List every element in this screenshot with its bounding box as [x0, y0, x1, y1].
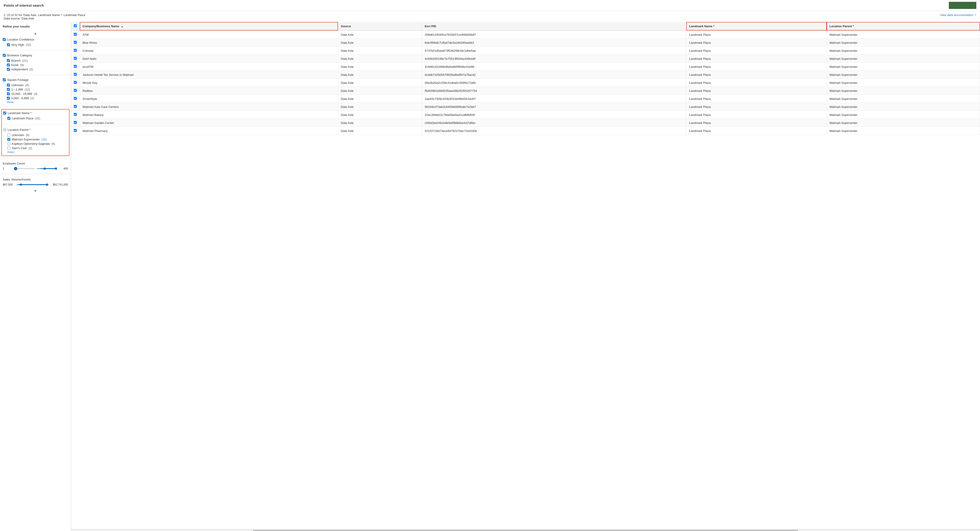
- row-checkbox[interactable]: [74, 57, 77, 60]
- walmart-supercenter-checkbox-label[interactable]: Walmart Supercenter (15): [7, 138, 47, 141]
- unknown-sqft-checkbox-label[interactable]: Unknown (9): [7, 83, 29, 87]
- row-checkbox[interactable]: [74, 89, 77, 92]
- row-company: Blue Rhino: [80, 39, 338, 47]
- sams-club-checkbox[interactable]: [7, 147, 10, 150]
- row-location-parent: Walmart Supercenter: [827, 79, 980, 87]
- row-checkbox-cell[interactable]: [71, 103, 80, 111]
- row-checkbox[interactable]: [74, 97, 77, 100]
- row-checkbox[interactable]: [74, 65, 77, 68]
- table-body: ATM Data Axle 268d81330491e7632b57ce3f48…: [71, 30, 980, 135]
- branch-checkbox-label[interactable]: Branch (21): [7, 59, 28, 62]
- row-location-parent: Walmart Supercenter: [827, 87, 980, 95]
- sams-club-checkbox-label[interactable]: Sam's Club (2): [7, 146, 32, 150]
- sqft-1-1499-checkbox[interactable]: [7, 88, 10, 91]
- col-header-company[interactable]: Company/Business Name ▲: [80, 22, 338, 30]
- kapteyn-checkbox[interactable]: [7, 142, 10, 145]
- bottom-scrollbar[interactable]: [71, 529, 980, 531]
- external-link-icon: ↗: [974, 14, 976, 16]
- business-category-checkbox[interactable]: [3, 54, 6, 57]
- kiosk-checkbox[interactable]: [7, 63, 10, 67]
- row-location-parent: Walmart Supercenter: [827, 71, 980, 79]
- row-checkbox-cell[interactable]: [71, 79, 80, 87]
- row-checkbox[interactable]: [74, 129, 77, 132]
- row-checkbox-cell[interactable]: [71, 71, 80, 79]
- row-landmark-name: Landmark Plaza: [686, 30, 827, 39]
- unknown-location-checkbox-label[interactable]: Unknown (8): [7, 133, 29, 137]
- unknown-sqft-checkbox[interactable]: [7, 84, 10, 87]
- row-checkbox-cell[interactable]: [71, 55, 80, 63]
- location-parent-more-link[interactable]: more: [3, 150, 14, 154]
- results-table: Company/Business Name ▲ Source Esri PID …: [71, 22, 980, 135]
- kapteyn-checkbox-label[interactable]: Kapteyn Optometry-Saginaw (6): [7, 142, 55, 146]
- scroll-up-arrow[interactable]: ▲: [0, 30, 71, 36]
- record-count: 2. 15 of 32 for 'Data Axle, Landmark Nam…: [4, 13, 86, 17]
- sqft-1-1499-checkbox-label[interactable]: 1 - 1,499 (12): [7, 88, 30, 91]
- landmark-plaza-checkbox-label[interactable]: Landmark Plaza (32): [7, 117, 40, 120]
- row-location-parent: Walmart Supercenter: [827, 103, 980, 111]
- location-parent-checkbox[interactable]: [3, 128, 6, 131]
- view-docs-link[interactable]: View data documentation ↗: [940, 13, 976, 17]
- scroll-down-arrow[interactable]: ▼: [0, 188, 71, 194]
- row-checkbox-cell[interactable]: [71, 119, 80, 127]
- walmart-supercenter-checkbox[interactable]: [7, 138, 10, 141]
- row-checkbox-cell[interactable]: [71, 127, 80, 135]
- landmark-name-checkbox-label[interactable]: Landmark Name *: [3, 111, 32, 115]
- row-checkbox[interactable]: [74, 81, 77, 84]
- table-row: ecoATM Data Axle 41948142446fe9fa5e86f9f…: [71, 63, 980, 71]
- kiosk-checkbox-label[interactable]: Kiosk (9): [7, 63, 24, 67]
- col-header-location-parent: Location Parent *: [827, 22, 980, 30]
- row-checkbox[interactable]: [74, 41, 77, 44]
- location-confidence-checkbox[interactable]: [3, 38, 6, 41]
- row-landmark-name: Landmark Plaza: [686, 79, 827, 87]
- employee-count-min-handle[interactable]: [14, 168, 35, 169]
- row-checkbox[interactable]: [74, 121, 77, 124]
- row-checkbox[interactable]: [74, 105, 77, 108]
- row-location-parent: Walmart Supercenter: [827, 111, 980, 119]
- top-action-button[interactable]: [949, 2, 976, 9]
- location-parent-checkbox-label[interactable]: Location Parent *: [3, 128, 30, 132]
- very-high-checkbox-label[interactable]: Very High (32): [7, 43, 31, 46]
- independent-checkbox[interactable]: [7, 68, 10, 71]
- row-company: ecoATM: [80, 63, 338, 71]
- sqft-10000-checkbox-label[interactable]: 10,000 - 19,999 (4): [7, 92, 37, 95]
- row-checkbox-cell[interactable]: [71, 47, 80, 55]
- square-footage-checkbox[interactable]: [3, 78, 6, 81]
- row-landmark-name: Landmark Plaza: [686, 47, 827, 55]
- branch-checkbox[interactable]: [7, 59, 10, 62]
- filter-location-confidence: Location Confidence Very High (32): [0, 36, 71, 48]
- row-checkbox[interactable]: [74, 73, 77, 76]
- row-checkbox-cell[interactable]: [71, 39, 80, 47]
- table-row: ATM Data Axle 268d81330491e7632b57ce3f48…: [71, 30, 980, 39]
- landmark-name-checkbox[interactable]: [3, 112, 6, 114]
- row-esri-pid: 06e3b2bd2c258c41dba0c358f9172dfd: [422, 79, 686, 87]
- unknown-location-checkbox[interactable]: [7, 133, 10, 136]
- row-company: ATM: [80, 30, 338, 39]
- row-source: Data Axle: [338, 55, 422, 63]
- sqft-10000-checkbox[interactable]: [7, 92, 10, 95]
- row-checkbox[interactable]: [74, 113, 77, 116]
- row-checkbox-cell[interactable]: [71, 111, 80, 119]
- employee-count-max: 400: [59, 167, 68, 170]
- business-category-checkbox-label[interactable]: Business Category: [3, 54, 32, 57]
- very-high-checkbox[interactable]: [7, 43, 10, 46]
- row-checkbox-cell[interactable]: [71, 63, 80, 71]
- row-checkbox-cell[interactable]: [71, 87, 80, 95]
- row-location-parent: Walmart Supercenter: [827, 95, 980, 103]
- location-confidence-checkbox-label[interactable]: Location Confidence: [3, 38, 34, 41]
- row-checkbox-cell[interactable]: [71, 95, 80, 103]
- independent-checkbox-label[interactable]: Independent (2): [7, 68, 33, 71]
- row-landmark-name: Landmark Plaza: [686, 71, 827, 79]
- row-checkbox-cell[interactable]: [71, 30, 80, 39]
- square-footage-more-link[interactable]: more: [3, 100, 14, 104]
- row-source: Data Axle: [338, 95, 422, 103]
- sqft-5000-checkbox-label[interactable]: 5,000 - 9,999 (2): [7, 97, 34, 100]
- row-checkbox[interactable]: [74, 49, 77, 52]
- select-all-checkbox[interactable]: [74, 24, 77, 27]
- row-location-parent: Walmart Supercenter: [827, 30, 980, 39]
- table-row: DaVi Nails Data Axle 4c63b200196c7e75513…: [71, 55, 980, 63]
- landmark-plaza-checkbox[interactable]: [7, 117, 10, 120]
- row-checkbox[interactable]: [74, 33, 77, 36]
- square-footage-checkbox-label[interactable]: Square Footage: [3, 78, 29, 82]
- top-bar: Points of interest search: [0, 0, 980, 11]
- sqft-5000-checkbox[interactable]: [7, 97, 10, 100]
